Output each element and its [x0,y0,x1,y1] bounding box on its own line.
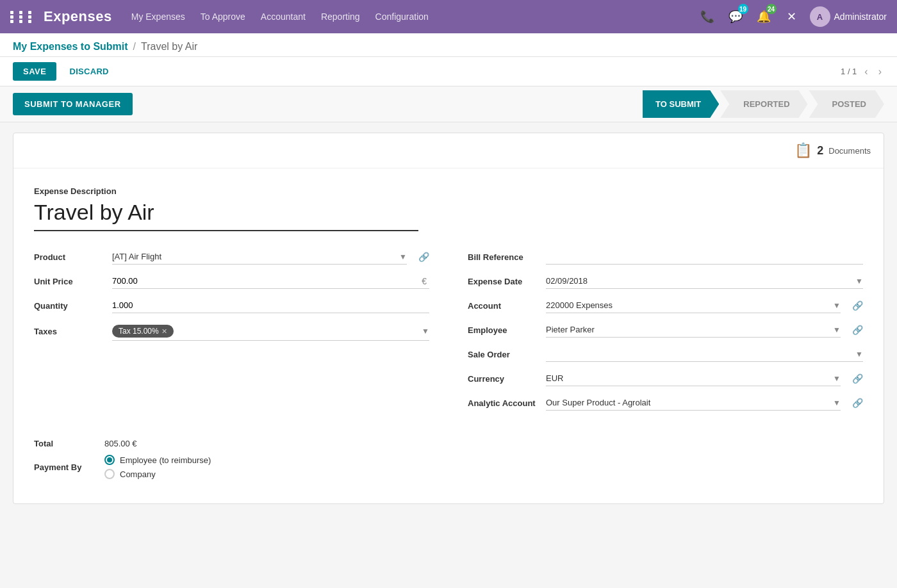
documents-count: 2 [817,144,823,158]
content-card: 📋 2 Documents Expense Description Travel… [13,133,884,504]
user-menu[interactable]: A Administrator [810,6,887,27]
payment-option-employee-label: Employee (to reimburse) [120,455,211,465]
breadcrumb: My Expenses to Submit / Travel by Air [13,41,884,53]
expense-description-label: Expense Description [34,186,863,196]
status-bar: SUBMIT TO MANAGER TO SUBMIT REPORTED POS… [0,86,897,122]
product-external-link-icon[interactable]: 🔗 [418,252,429,262]
taxes-row: Taxes Tax 15.00% ✕ ▼ [34,322,429,341]
app-brand: Expenses [44,8,112,25]
menu-configuration[interactable]: Configuration [375,9,429,24]
documents-label: Documents [828,146,871,156]
top-nav-right: 📞 💬 19 🔔 24 ✕ A Administrator [697,6,887,27]
apps-grid-icon[interactable] [10,11,36,23]
payment-label: Payment By [34,462,104,472]
quantity-input[interactable] [112,298,429,313]
breadcrumb-current: Travel by Air [141,41,197,53]
total-value: 805.00 € [104,439,137,448]
expense-date-wrapper: 02/09/2018 ▼ [546,274,863,289]
tax-badge-label: Tax 15.00% [119,327,159,336]
taxes-label: Taxes [34,327,104,336]
quantity-label: Quantity [34,301,104,311]
product-select-wrapper: [AT] Air Flight ▼ [112,249,407,265]
expense-title[interactable]: Travel by Air [34,200,418,231]
employee-external-link-icon[interactable]: 🔗 [852,325,863,335]
sale-order-label: Sale Order [468,350,538,359]
payment-option-company[interactable]: Company [104,469,211,479]
unit-price-currency: € [419,276,429,286]
payment-radio-employee[interactable] [104,455,115,465]
username: Administrator [834,12,887,22]
sale-order-select-wrapper: ▼ [546,347,863,362]
breadcrumb-bar: My Expenses to Submit / Travel by Air [0,33,897,57]
bill-reference-label: Bill Reference [468,252,538,262]
main-content: 📋 2 Documents Expense Description Travel… [0,122,897,514]
total-section: Total 805.00 € Payment By Employee (to r… [34,439,863,479]
analytic-account-row: Analytic Account Our Super Product - Agr… [468,395,863,411]
bill-reference-input[interactable] [546,249,863,265]
status-step-reported: REPORTED [720,90,807,118]
expense-date-label: Expense Date [468,277,538,286]
next-page-button[interactable]: › [876,65,884,79]
chat-icon[interactable]: 💬 19 [725,6,746,27]
bell-icon[interactable]: 🔔 24 [753,6,774,27]
taxes-select-wrapper: Tax 15.00% ✕ ▼ [112,322,429,341]
payment-option-company-label: Company [120,470,156,479]
currency-select[interactable]: EUR [546,371,841,386]
form-left-column: Product [AT] Air Flight ▼ 🔗 Unit Price [34,249,429,420]
sale-order-row: Sale Order ▼ [468,347,863,362]
currency-external-link-icon[interactable]: 🔗 [852,373,863,384]
save-button[interactable]: SAVE [13,62,56,81]
top-navigation: Expenses My Expenses To Approve Accounta… [0,0,897,33]
product-row: Product [AT] Air Flight ▼ 🔗 [34,249,429,265]
close-icon[interactable]: ✕ [782,6,802,27]
menu-my-expenses[interactable]: My Expenses [131,9,185,24]
bell-badge: 24 [766,4,777,14]
unit-price-label: Unit Price [34,277,104,286]
total-row: Total 805.00 € [34,439,863,448]
unit-price-input[interactable] [112,274,419,288]
form-area: Expense Description Travel by Air Produc… [13,168,884,503]
account-external-link-icon[interactable]: 🔗 [852,300,863,311]
account-select[interactable]: 220000 Expenses [546,298,841,313]
breadcrumb-separator: / [133,41,136,53]
menu-reporting[interactable]: Reporting [321,9,360,24]
documents-icon: 📋 [794,142,812,159]
status-step-to-submit: TO SUBMIT [643,90,719,118]
submit-to-manager-button[interactable]: SUBMIT TO MANAGER [13,93,133,115]
form-right-column: Bill Reference Expense Date 02/09/2018 ▼ [468,249,863,420]
menu-to-approve[interactable]: To Approve [201,9,245,24]
breadcrumb-parent[interactable]: My Expenses to Submit [13,41,128,53]
menu-accountant[interactable]: Accountant [261,9,306,24]
currency-select-wrapper: EUR ▼ [546,371,841,386]
documents-header: 📋 2 Documents [13,133,884,168]
unit-price-wrapper: € [112,274,429,289]
status-steps: TO SUBMIT REPORTED POSTED [643,90,884,118]
tax-badge-remove[interactable]: ✕ [161,327,167,336]
top-menu: My Expenses To Approve Accountant Report… [131,9,697,24]
discard-button[interactable]: DISCARD [62,62,116,81]
product-select[interactable]: [AT] Air Flight [112,249,407,265]
quantity-row: Quantity [34,298,429,313]
taxes-dropdown-arrow[interactable]: ▼ [422,327,429,336]
prev-page-button[interactable]: ‹ [862,65,870,79]
currency-label: Currency [468,374,538,384]
status-step-posted: POSTED [809,90,884,118]
documents-button[interactable]: 📋 2 Documents [794,142,871,159]
expense-date-select[interactable]: 02/09/2018 [546,274,863,289]
payment-radio-company[interactable] [104,469,115,479]
analytic-external-link-icon[interactable]: 🔗 [852,398,863,408]
unit-price-row: Unit Price € [34,274,429,289]
expense-date-row: Expense Date 02/09/2018 ▼ [468,274,863,289]
tax-badge[interactable]: Tax 15.00% ✕ [112,325,174,338]
sale-order-select[interactable] [546,347,863,362]
action-bar: SAVE DISCARD 1 / 1 ‹ › [0,57,897,86]
employee-select-wrapper: Pieter Parker ▼ [546,322,841,338]
employee-label: Employee [468,325,538,335]
avatar: A [810,6,830,27]
total-label: Total [34,439,104,448]
employee-select[interactable]: Pieter Parker [546,322,841,338]
phone-icon[interactable]: 📞 [697,6,718,27]
analytic-account-select[interactable]: Our Super Product - Agrolait [546,395,841,411]
account-label: Account [468,301,538,311]
payment-option-employee[interactable]: Employee (to reimburse) [104,455,211,465]
